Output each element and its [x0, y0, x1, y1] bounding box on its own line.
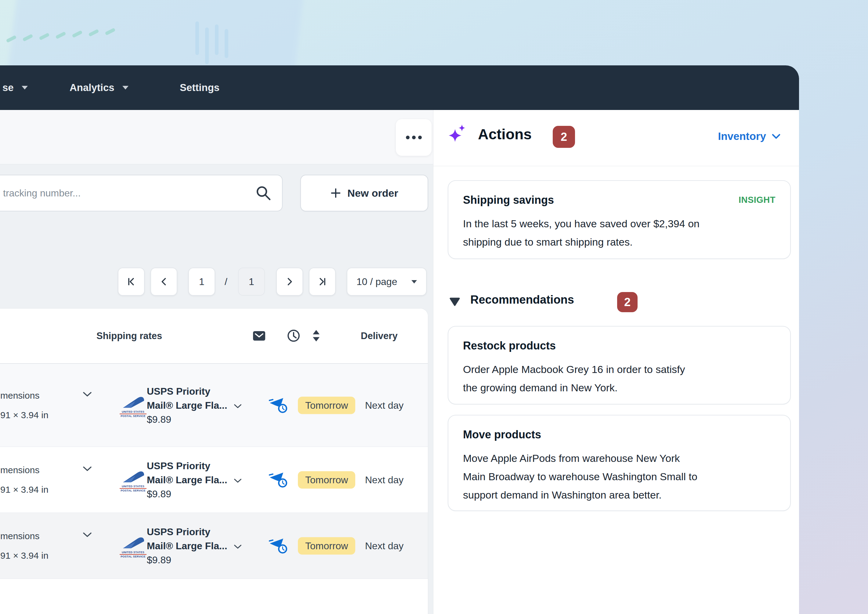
- usps-logo: UNITED STATES POSTAL SERVICE: [118, 468, 148, 492]
- nav-item-warehouse[interactable]: se: [2, 65, 28, 110]
- table-row[interactable]: mensions 91 × 3.94 in UNITED STATES POST…: [0, 513, 428, 578]
- express-delivery-icon: [269, 471, 289, 488]
- tracking-search-input[interactable]: tracking number...: [0, 175, 283, 211]
- search-icon[interactable]: [255, 185, 272, 201]
- scope-dropdown[interactable]: Inventory: [718, 130, 781, 142]
- caret-down-icon: [22, 86, 28, 90]
- sparkle-icon: [448, 123, 468, 145]
- caret-down-icon: [122, 86, 129, 90]
- insight-card-title: Shipping savings: [463, 194, 775, 207]
- chevron-down-icon[interactable]: [234, 404, 242, 409]
- background-bar: [225, 29, 228, 58]
- table-row[interactable]: mensions 91 × 3.94 in UNITED STATES POST…: [0, 364, 428, 447]
- chevron-down-icon[interactable]: [234, 478, 242, 483]
- background-bar: [215, 25, 219, 55]
- eta-text: Next day: [365, 474, 403, 485]
- dimensions-cell: mensions 91 × 3.94 in: [0, 531, 104, 561]
- background-blob: [7, 0, 304, 76]
- nav-item-settings[interactable]: Settings: [180, 65, 219, 110]
- nav-item-label: Settings: [180, 82, 219, 93]
- shipments-table: Shipping rates Delivery mensions: [0, 308, 428, 614]
- current-page: 1: [199, 276, 205, 288]
- caret-down-icon: [411, 280, 417, 283]
- background-bar: [205, 28, 209, 64]
- chevron-down-icon[interactable]: [83, 466, 92, 472]
- page-size-value: 10 / page: [356, 276, 397, 288]
- current-page-box[interactable]: 1: [188, 267, 215, 296]
- eta-badge: Tomorrow: [298, 396, 355, 414]
- first-page-icon: [126, 277, 136, 286]
- actions-count-badge: 2: [553, 126, 575, 148]
- actions-title: Actions: [478, 126, 532, 143]
- nav-item-label: Analytics: [70, 82, 115, 93]
- service-cell: USPS Priority Mail® Large Fla... $9.89: [147, 459, 269, 501]
- column-delivery[interactable]: Delivery: [361, 331, 398, 342]
- scope-label: Inventory: [718, 130, 766, 142]
- clock-icon[interactable]: [287, 329, 301, 343]
- recommendations-header[interactable]: Recommendations 2: [433, 293, 799, 315]
- dimensions-cell: mensions 91 × 3.94 in: [0, 465, 104, 495]
- chevron-down-icon[interactable]: [83, 532, 92, 538]
- page-size-select[interactable]: 10 / page: [347, 267, 427, 296]
- recommendation-card-title: Move products: [463, 428, 775, 441]
- nav-item-label: se: [2, 82, 14, 93]
- last-page-button[interactable]: [309, 267, 336, 296]
- recommendation-card-title: Restock products: [463, 339, 775, 352]
- ellipsis-icon: [406, 136, 409, 139]
- service-cell: USPS Priority Mail® Large Fla... $9.89: [147, 384, 269, 426]
- table-row[interactable]: mensions 91 × 3.94 in UNITED STATES POST…: [0, 447, 428, 513]
- first-page-button[interactable]: [118, 267, 145, 296]
- chevron-left-icon: [159, 277, 169, 286]
- usps-logo: UNITED STATES POSTAL SERVICE: [118, 534, 148, 558]
- total-pages: 1: [249, 276, 254, 288]
- recommendation-card-restock[interactable]: Restock products Order Apple Macbook Gre…: [448, 326, 791, 404]
- last-page-icon: [318, 277, 327, 286]
- orders-toolbar-strip: [0, 110, 433, 164]
- insight-tag: INSIGHT: [739, 195, 775, 205]
- recommendation-card-move[interactable]: Move products Move Apple AirPods from wa…: [448, 415, 791, 511]
- collapse-triangle-icon[interactable]: [450, 297, 460, 306]
- background-bar: [195, 22, 199, 55]
- panel-divider: [433, 166, 799, 166]
- dimensions-cell: mensions 91 × 3.94 in: [0, 390, 104, 420]
- search-placeholder: tracking number...: [0, 188, 255, 199]
- express-delivery-icon: [269, 537, 289, 555]
- express-delivery-icon: [269, 397, 289, 414]
- chevron-down-icon[interactable]: [234, 544, 242, 549]
- total-pages-box: 1: [238, 267, 265, 296]
- eta-badge: Tomorrow: [298, 471, 355, 488]
- more-options-button[interactable]: [396, 119, 432, 156]
- nav-item-analytics[interactable]: Analytics: [70, 65, 129, 110]
- chevron-right-icon: [285, 277, 294, 286]
- insight-card[interactable]: Shipping savings INSIGHT In the last 5 w…: [448, 180, 791, 259]
- recommendations-count-badge: 2: [617, 292, 637, 312]
- chevron-down-icon[interactable]: [83, 392, 92, 397]
- page-separator: /: [225, 267, 227, 296]
- next-page-button[interactable]: [276, 267, 303, 296]
- plus-icon: [330, 188, 341, 199]
- orders-panel: tracking number... New order 1 / 1: [0, 110, 433, 614]
- mail-icon[interactable]: [253, 331, 265, 340]
- recommendations-title: Recommendations: [470, 293, 574, 306]
- sort-arrows-icon[interactable]: [313, 330, 319, 342]
- table-header-row: Shipping rates Delivery: [0, 309, 428, 364]
- top-navigation-bar: se Analytics Settings $ $28.37 1 1: [0, 65, 799, 110]
- usps-logo: UNITED STATES POSTAL SERVICE: [118, 393, 148, 418]
- eta-text: Next day: [365, 399, 403, 411]
- column-shipping-rates[interactable]: Shipping rates: [96, 331, 162, 342]
- service-cell: USPS Priority: [147, 612, 269, 614]
- eta-badge: Tomorrow: [298, 537, 355, 555]
- eta-text: Next day: [365, 540, 403, 551]
- service-cell: USPS Priority Mail® Large Fla... $9.89: [147, 525, 269, 567]
- table-row[interactable]: USPS Priority: [0, 578, 428, 614]
- new-order-label: New order: [347, 187, 398, 199]
- prev-page-button[interactable]: [150, 267, 177, 296]
- actions-panel: Actions 2 Inventory Shipping savings INS…: [433, 110, 799, 614]
- new-order-button[interactable]: New order: [300, 175, 428, 211]
- chevron-down-icon: [772, 134, 781, 139]
